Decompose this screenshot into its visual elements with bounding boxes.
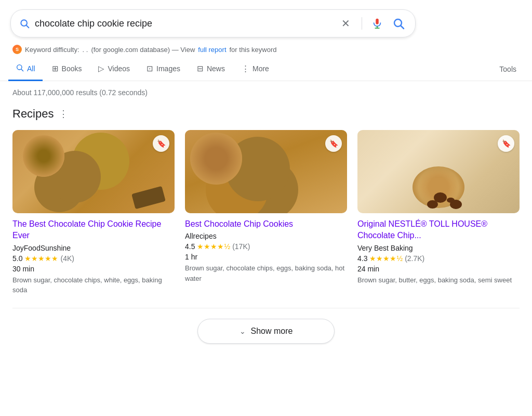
search-input[interactable]: [35, 18, 332, 29]
show-more-button[interactable]: ⌄ Show more: [197, 319, 335, 344]
recipe-card-2[interactable]: 🔖 Best Chocolate Chip Cookies Allrecipes…: [185, 130, 347, 295]
bookmark-button-3[interactable]: 🔖: [498, 135, 514, 152]
tab-images[interactable]: ⊡ Images: [139, 58, 188, 81]
recipe-rating-1: 5.0 ★★★★★ (4K): [12, 254, 175, 263]
recipe-title-3[interactable]: Original NESTLÉ® TOLL HOUSE® Chocolate C…: [357, 218, 520, 242]
news-icon: ⊟: [197, 64, 204, 73]
svg-line-8: [21, 69, 23, 71]
recipe-source-2: Allrecipes: [185, 232, 347, 240]
recipe-time-2: 1 hr: [185, 253, 347, 261]
recipe-card-1[interactable]: 🔖 The Best Chocolate Chip Cookie Recipe …: [12, 130, 175, 295]
all-icon: [16, 63, 24, 73]
recipe-source-3: Very Best Baking: [357, 244, 520, 252]
recipe-time-1: 30 min: [12, 265, 175, 273]
rating-count-2: (17K): [232, 242, 250, 251]
bookmark-button-1[interactable]: 🔖: [153, 135, 169, 152]
tab-more[interactable]: ⋮ More: [234, 58, 276, 81]
recipes-section: Recipes ⋮ 🔖 The Best Chocolate Chip Cook…: [0, 100, 532, 303]
rating-number-3: 4.3: [357, 254, 367, 263]
recipe-ingredients-2: Brown sugar, chocolate chips, eggs, baki…: [185, 263, 347, 283]
tab-images-label: Images: [156, 64, 180, 73]
tab-books[interactable]: ⊞ Books: [45, 58, 89, 81]
svg-rect-2: [376, 19, 379, 24]
keyword-difficulty-prefix: Keyword difficulty:: [25, 46, 79, 54]
recipe-rating-3: 4.3 ★★★★½ (2.7K): [357, 254, 520, 263]
images-icon: ⊡: [147, 64, 153, 73]
show-more-label: Show more: [251, 327, 293, 336]
tools-button[interactable]: Tools: [492, 59, 524, 80]
search-divider: [362, 17, 362, 30]
search-bar-container: ✕: [0, 0, 532, 43]
more-dots-icon: ⋮: [242, 64, 249, 73]
search-bar: ✕: [10, 9, 416, 37]
recipe-image-3: 🔖: [357, 130, 520, 213]
books-icon: ⊞: [52, 64, 59, 73]
tab-books-label: Books: [62, 64, 82, 73]
recipe-rating-2: 4.5 ★★★★½ (17K): [185, 242, 347, 251]
stars-1: ★★★★★: [24, 254, 58, 263]
voice-search-button[interactable]: [369, 16, 385, 31]
rating-count-1: (4K): [60, 254, 74, 263]
recipes-grid: 🔖 The Best Chocolate Chip Cookie Recipe …: [12, 130, 520, 295]
stars-2: ★★★★½: [197, 242, 230, 251]
rating-number-2: 4.5: [185, 242, 195, 251]
recipe-title-1[interactable]: The Best Chocolate Chip Cookie Recipe Ev…: [12, 218, 175, 242]
tab-all-label: All: [27, 64, 35, 73]
tab-more-label: More: [252, 64, 269, 73]
recipes-menu-icon[interactable]: ⋮: [59, 108, 68, 120]
recipe-ingredients-1: Brown sugar, chocolate chips, white, egg…: [12, 275, 175, 295]
videos-icon: ▷: [98, 64, 104, 73]
keyword-suffix: for this keyword: [230, 46, 277, 54]
nav-tabs: All ⊞ Books ▷ Videos ⊡ Images ⊟ News ⋮ M…: [0, 57, 532, 81]
svg-line-6: [401, 26, 404, 29]
results-stats: About 117,000,000 results (0.72 seconds): [0, 81, 532, 100]
tab-news-label: News: [207, 64, 225, 73]
semrush-icon: S: [12, 45, 22, 54]
keyword-full-report-link[interactable]: full report: [198, 46, 226, 54]
recipe-title-2[interactable]: Best Chocolate Chip Cookies: [185, 218, 347, 230]
recipe-source-1: JoyFoodSunshine: [12, 244, 175, 252]
results-count: About 117,000,000 results (0.72 seconds): [12, 88, 148, 97]
recipes-header: Recipes ⋮: [12, 107, 520, 121]
recipe-image-2: 🔖: [185, 130, 347, 213]
clear-search-icon[interactable]: ✕: [337, 17, 354, 30]
recipe-image-1: 🔖: [12, 130, 175, 213]
keyword-dots: . .: [83, 46, 88, 54]
rating-number-1: 5.0: [12, 254, 22, 263]
search-magnifier-icon: [19, 18, 30, 29]
bookmark-button-2[interactable]: 🔖: [325, 135, 342, 152]
tab-news[interactable]: ⊟ News: [190, 58, 232, 81]
keyword-difficulty-bar: S Keyword difficulty: . . (for google.co…: [0, 43, 532, 57]
stars-3: ★★★★½: [369, 254, 403, 263]
recipe-card-3[interactable]: 🔖 Original NESTLÉ® TOLL HOUSE® Chocolate…: [357, 130, 520, 295]
show-more-container: ⌄ Show more: [0, 308, 532, 359]
chevron-down-icon: ⌄: [240, 327, 246, 335]
tab-videos-label: Videos: [108, 64, 130, 73]
svg-line-1: [26, 25, 29, 28]
rating-count-3: (2.7K): [405, 254, 424, 263]
recipe-time-3: 24 min: [357, 265, 520, 273]
recipe-ingredients-3: Brown sugar, butter, eggs, baking soda, …: [357, 275, 520, 285]
tab-all[interactable]: All: [8, 57, 43, 81]
recipes-title: Recipes: [12, 107, 54, 121]
tab-videos[interactable]: ▷ Videos: [91, 58, 137, 81]
search-submit-button[interactable]: [390, 15, 407, 32]
keyword-middle: (for google.com database) — View: [91, 46, 195, 54]
